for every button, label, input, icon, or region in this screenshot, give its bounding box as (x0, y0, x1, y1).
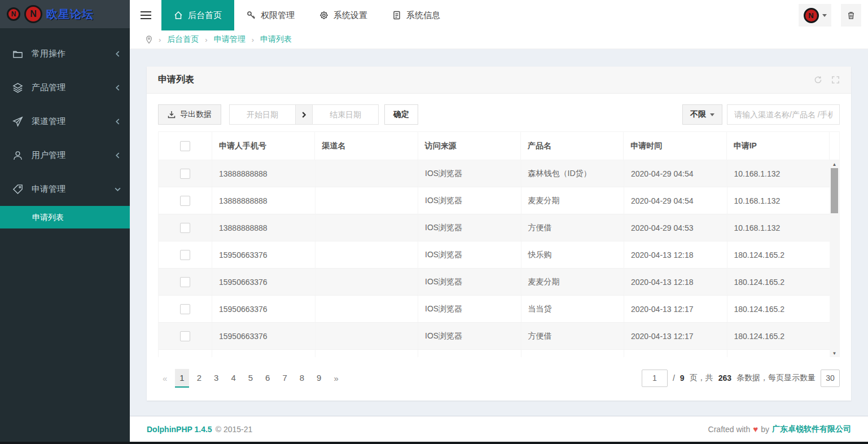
pagination-next-button[interactable]: » (329, 370, 343, 387)
row-checkbox[interactable] (180, 304, 190, 314)
tab-dashboard[interactable]: 后台首页 (161, 0, 234, 30)
chevron-left-icon (115, 152, 121, 159)
sidebar-item-products[interactable]: 产品管理 (0, 71, 130, 104)
pagination-summary: / 9 页，共 263 条数据，每页显示数量 (642, 370, 840, 387)
pagination-page-8[interactable]: 8 (295, 369, 309, 388)
sidebar-toggle-button[interactable] (130, 0, 161, 30)
brand-logo-icon: N (24, 5, 42, 23)
cell-time: 2020-04-29 04:53 (624, 214, 727, 241)
row-checkbox[interactable] (180, 331, 190, 341)
pagination-page-7[interactable]: 7 (278, 369, 291, 388)
scroll-up-arrow-icon[interactable]: ▲ (830, 160, 839, 168)
pagination-page-9[interactable]: 9 (312, 369, 326, 388)
cell-product: 麦麦分期 (521, 269, 625, 295)
cell-channel (315, 241, 419, 268)
tab-system-settings[interactable]: 系统设置 (307, 0, 380, 30)
cell-time (624, 350, 727, 357)
row-checkbox[interactable] (180, 169, 190, 179)
pagination-page-3[interactable]: 3 (209, 369, 223, 388)
sidebar-subitem-application-list[interactable]: 申请列表 (0, 206, 130, 228)
row-checkbox[interactable] (180, 223, 190, 233)
sidebar-item-channels[interactable]: 渠道管理 (0, 104, 130, 138)
cell-product: 方便借 (521, 323, 625, 349)
table-header: 申请人手机号 渠道名 访问来源 产品名 申请时间 申请IP (159, 132, 839, 160)
search-input[interactable] (727, 104, 840, 125)
footer-brand: DolphinPHP 1.4.5 (147, 425, 212, 434)
table-row: 13888888888 IOS浏览器 方便借 2020-04-29 04:53 … (159, 214, 830, 241)
cell-product: 快乐购 (521, 241, 625, 268)
cell-channel (315, 214, 419, 241)
export-data-button[interactable]: 导出数据 (158, 104, 221, 125)
table-row: 13888888888 IOS浏览器 森林钱包（ID贷） 2020-04-29 … (159, 160, 830, 187)
date-arrow-button[interactable] (295, 105, 313, 124)
per-page-input[interactable] (821, 370, 840, 387)
table-row: 15950663376 IOS浏览器 快乐购 2020-04-13 12:18 … (159, 241, 830, 269)
column-header-source: 访问来源 (418, 132, 521, 160)
confirm-button[interactable]: 确定 (384, 104, 418, 125)
user-menu-button[interactable]: N (799, 4, 831, 27)
tab-label: 系统设置 (334, 10, 367, 21)
export-label: 导出数据 (180, 109, 212, 120)
sidebar-item-label: 用户管理 (32, 150, 65, 161)
tab-label: 权限管理 (261, 10, 295, 21)
footer-company: 广东卓锐软件有限公司 (772, 424, 851, 434)
breadcrumb-item-application-mgmt[interactable]: 申请管理 (214, 34, 246, 45)
scroll-down-arrow-icon[interactable]: ▼ (830, 349, 839, 357)
page-jump-input[interactable] (642, 370, 668, 387)
end-date-input[interactable] (313, 105, 378, 124)
sidebar-item-label: 产品管理 (32, 82, 65, 93)
panel-header: 申请列表 (147, 67, 851, 94)
trash-button[interactable] (841, 4, 861, 27)
table-row: 15950663376 IOS浏览器 当当贷 2020-04-13 12:17 … (159, 296, 830, 323)
row-checkbox[interactable] (180, 196, 190, 206)
applications-table: 申请人手机号 渠道名 访问来源 产品名 申请时间 申请IP 1388888888… (158, 131, 840, 357)
cell-phone: 13888888888 (212, 214, 315, 241)
pagination-page-2[interactable]: 2 (192, 369, 206, 388)
location-pin-icon (146, 36, 152, 44)
sidebar-item-applications[interactable]: 申请管理 (0, 172, 130, 206)
breadcrumb-separator: › (159, 36, 161, 44)
pagination-page-5[interactable]: 5 (244, 369, 257, 388)
pagination-page-4[interactable]: 4 (226, 369, 240, 388)
chevron-right-icon (301, 112, 307, 118)
refresh-icon[interactable] (814, 76, 822, 84)
cell-channel (315, 187, 419, 214)
tag-icon (12, 184, 23, 195)
tab-permissions[interactable]: 权限管理 (234, 0, 307, 30)
column-header-channel: 渠道名 (315, 132, 418, 160)
pagination-page-6[interactable]: 6 (261, 369, 274, 388)
select-all-checkbox[interactable] (180, 141, 190, 151)
table-scrollbar[interactable]: ▲ ▼ (830, 160, 839, 357)
cell-product: 当当贷 (521, 296, 625, 322)
scrollbar-thumb[interactable] (831, 168, 838, 213)
pagination-page-1[interactable]: 1 (175, 369, 188, 388)
breadcrumb-item-application-list[interactable]: 申请列表 (260, 34, 292, 45)
summary-pages-text: 页，共 (690, 373, 713, 383)
tab-system-info[interactable]: 系统信息 (380, 0, 453, 30)
pagination-pages: 123456789 (175, 369, 329, 388)
pagination-prev-button[interactable]: « (158, 370, 172, 387)
fullscreen-icon[interactable] (831, 76, 840, 84)
breadcrumb-item-home[interactable]: 后台首页 (167, 34, 199, 45)
footer-credit: Crafted with ♥ by 广东卓锐软件有限公司 (708, 424, 851, 434)
pagination-bar: « 123456789 » / 9 页，共 263 条数据，每页显示数量 (158, 367, 840, 389)
sidebar-item-common-ops[interactable]: 常用操作 (0, 37, 130, 71)
filter-dropdown-button[interactable]: 不限 (682, 104, 722, 125)
top-navbar: 后台首页 权限管理 系统设置 系统信息 N (130, 0, 868, 30)
cell-phone: 13888888888 (212, 187, 315, 214)
row-checkbox[interactable] (180, 277, 190, 287)
app-window: N N 欧星论坛 常用操作 产品管理 渠道管理 用户管理 (0, 0, 868, 442)
toolbar: 导出数据 确定 不限 (158, 104, 840, 125)
footer-copyright: © 2015-21 (216, 425, 253, 434)
row-checkbox[interactable] (180, 250, 190, 260)
cell-ip (727, 350, 830, 357)
start-date-input[interactable] (230, 105, 295, 124)
avatar: N (804, 8, 819, 23)
heart-icon: ♥ (753, 424, 758, 434)
sidebar-item-users[interactable]: 用户管理 (0, 138, 130, 172)
cell-phone: 15950663376 (212, 241, 315, 268)
panel-body: 导出数据 确定 不限 (147, 94, 851, 389)
cell-source: IOS浏览器 (418, 269, 521, 295)
file-icon (392, 11, 401, 20)
chevron-left-icon (115, 51, 121, 57)
